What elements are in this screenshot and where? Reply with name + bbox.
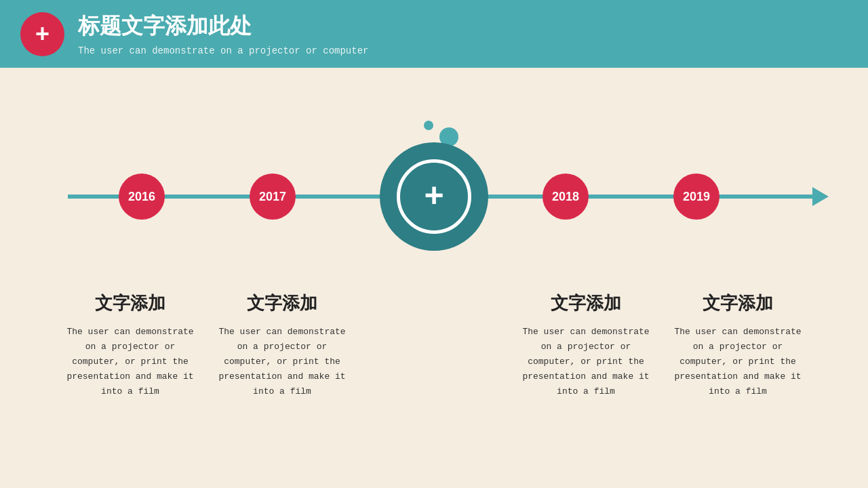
header-logo: +	[20, 12, 64, 56]
year-node-2018: 2018	[542, 174, 589, 220]
year-node-2016: 2016	[119, 174, 165, 220]
section-2017-body: The user can demonstrate on a projector …	[214, 325, 350, 399]
text-section-2019: 文字添加 The user can demonstrate on a proje…	[670, 291, 806, 399]
text-section-2018: 文字添加 The user can demonstrate on a proje…	[518, 291, 654, 399]
text-sections: 文字添加 The user can demonstrate on a proje…	[0, 291, 868, 399]
section-2018-body: The user can demonstrate on a projector …	[518, 325, 654, 399]
center-circle: +	[380, 142, 488, 251]
section-2016-body: The user can demonstrate on a projector …	[62, 325, 198, 399]
center-skip	[366, 291, 502, 399]
center-circle-inner: +	[397, 159, 471, 234]
header: + 标题文字添加此处 The user can demonstrate on a…	[0, 0, 868, 68]
decorative-dot-small	[424, 121, 433, 130]
header-text-group: 标题文字添加此处 The user can demonstrate on a p…	[78, 12, 368, 56]
text-section-2017: 文字添加 The user can demonstrate on a proje…	[214, 291, 350, 399]
logo-plus-icon: +	[35, 22, 50, 46]
header-title: 标题文字添加此处	[78, 12, 368, 41]
section-2019-body: The user can demonstrate on a projector …	[670, 325, 806, 399]
main-content: 2016 2017 + 2018 2019 文字添加 The user can …	[0, 68, 868, 488]
center-plus-icon: +	[424, 178, 443, 212]
header-subtitle: The user can demonstrate on a projector …	[78, 45, 368, 56]
year-node-2019: 2019	[673, 174, 719, 220]
year-node-2017: 2017	[250, 174, 296, 220]
timeline-area: 2016 2017 + 2018 2019	[0, 88, 868, 305]
text-section-2016: 文字添加 The user can demonstrate on a proje…	[62, 291, 198, 399]
